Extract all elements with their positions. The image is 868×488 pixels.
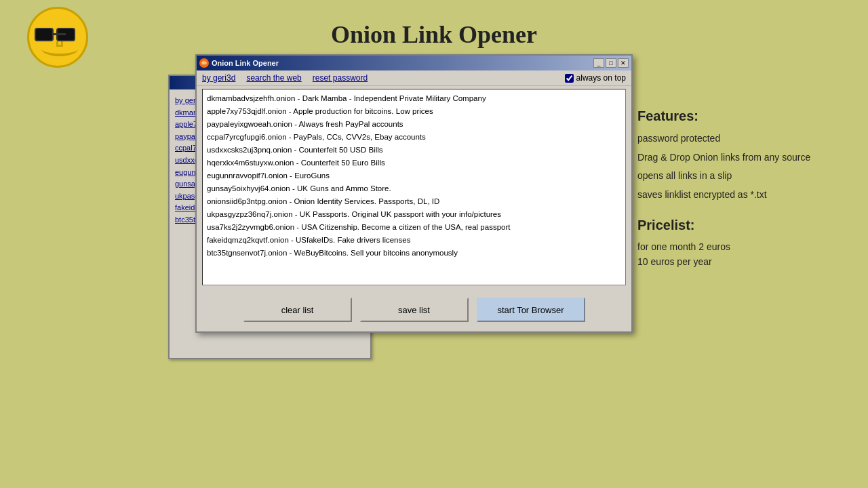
clear-list-button[interactable]: clear list [243,298,352,322]
dialog-title-buttons: _ □ ✕ [593,58,629,68]
list-item-0: dkmambadvsjzehfh.onion - Dark Mamba - In… [207,92,621,105]
dialog-title-left: 🧅 Onion Link Opener [199,58,279,68]
menu-reset-password[interactable]: reset password [313,73,368,83]
list-item-12: btc35tgnsenvot7j.onion - WeBuyBitcoins. … [207,247,621,260]
main-dialog: 🧅 Onion Link Opener _ □ ✕ by geri3d sear… [195,54,633,333]
list-item-10: usa7ks2j2zyvmgb6.onion - USA Citizenship… [207,221,621,234]
menu-search-web[interactable]: search the web [246,73,301,83]
features-heading: Features: [637,108,841,124]
always-on-top-checkbox[interactable] [565,74,574,83]
feature-item-1: password protected [637,132,841,146]
list-item-6: eugunnravvopif7i.onion - EuroGuns [207,169,621,182]
save-list-button[interactable]: save list [360,298,469,322]
list-item-11: fakeidqmzq2kqvtf.onion - USfakeIDs. Fake… [207,234,621,247]
close-button[interactable]: ✕ [618,58,629,68]
menu-by-geri3d[interactable]: by geri3d [202,73,235,83]
feature-item-3: opens all links in a slip [637,169,841,183]
minimize-button[interactable]: _ [593,58,604,68]
list-item-9: ukpasgyzpz36nq7j.onion - UK Passports. O… [207,208,621,221]
price-item-2: 10 euros per year [637,256,841,267]
features-panel: Features: password protected Drag & Drop… [637,108,841,271]
list-item-3: ccpal7yrcgfupgi6.onion - PayPals, CCs, C… [207,131,621,144]
price-item-1: for one month 2 euros [637,241,841,252]
dialog-buttons: clear list save list start Tor Browser [197,288,631,331]
links-list[interactable]: dkmambadvsjzehfh.onion - Dark Mamba - In… [202,89,626,285]
start-tor-button[interactable]: start Tor Browser [477,298,585,322]
always-on-top-container: always on top [565,73,626,83]
maximize-button[interactable]: □ [606,58,616,68]
dialog-title-text: Onion Link Opener [212,59,279,67]
dialog-titlebar: 🧅 Onion Link Opener _ □ ✕ [197,56,631,70]
feature-item-2: Drag & Drop Onion links from any source [637,151,841,165]
dialog-title-icon: 🧅 [199,58,209,68]
list-item-4: usdxxcsks2uj3pnq.onion - Counterfeit 50 … [207,144,621,157]
list-item-2: paypaleyixgwoeah.onion - Always fresh Pa… [207,118,621,131]
always-on-top-label: always on top [576,73,626,83]
list-item-5: hqerxkx4m6stuyxw.onion - Counterfeit 50 … [207,157,621,169]
dialog-menubar: by geri3d search the web reset password … [197,70,631,86]
list-item-7: gunsay5oixhyvj64.onion - UK Guns and Amm… [207,182,621,195]
feature-item-4: saves linklist encrypted as *.txt [637,188,841,202]
page-title: Onion Link Opener [27,20,841,49]
list-item-1: apple7xy753qjdlf.onion - Apple productio… [207,105,621,118]
list-item-8: onionsiid6p3ntpg.onion - Onion Identity … [207,195,621,208]
pricelist-heading: Pricelist: [637,218,841,233]
